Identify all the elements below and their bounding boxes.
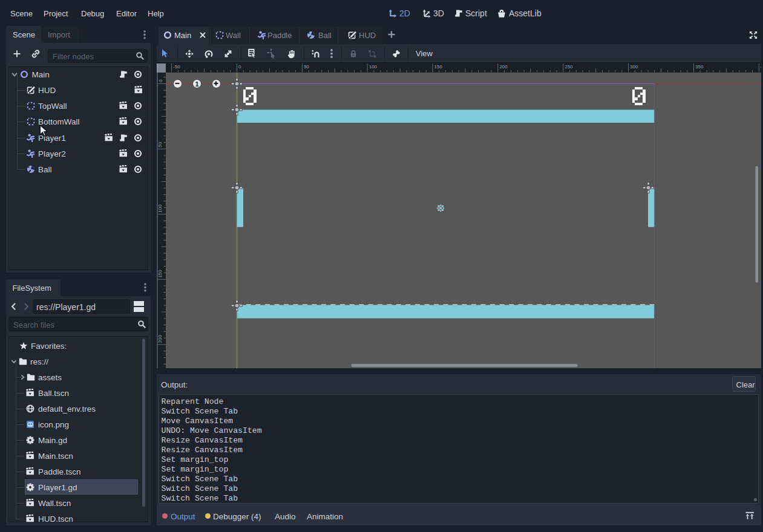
svg-text:200: 200 <box>158 334 163 343</box>
svg-text:300: 300 <box>630 64 638 70</box>
svg-text:0: 0 <box>158 79 163 82</box>
svg-text:400: 400 <box>760 64 761 70</box>
svg-text:150: 150 <box>434 64 442 70</box>
svg-text:100: 100 <box>368 64 377 70</box>
svg-text:350: 350 <box>695 64 704 70</box>
svg-text:50: 50 <box>303 64 309 70</box>
svg-text:200: 200 <box>499 64 508 70</box>
svg-text:150: 150 <box>158 269 163 277</box>
svg-text:-50: -50 <box>173 64 180 70</box>
svg-text:100: 100 <box>158 204 163 212</box>
svg-text:50: 50 <box>158 141 163 147</box>
svg-text:0: 0 <box>238 64 241 70</box>
svg-text:250: 250 <box>565 64 573 70</box>
